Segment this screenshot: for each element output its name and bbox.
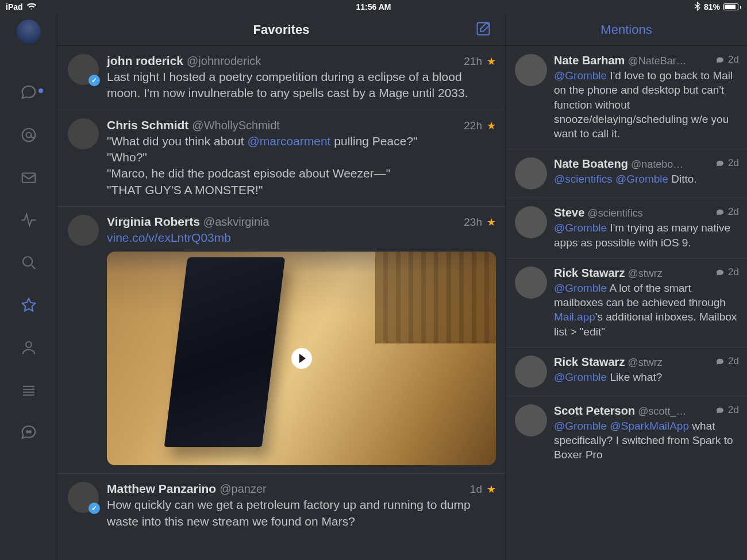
clock: 11:56 AM — [356, 2, 391, 11]
avatar[interactable] — [68, 215, 99, 246]
sidebar — [0, 14, 57, 560]
user-handle: @stwrz — [627, 268, 662, 280]
user-handle: @natebo… — [631, 159, 683, 171]
video-thumbnail[interactable] — [107, 252, 496, 465]
mention-link[interactable]: @Gromble — [554, 282, 607, 294]
nav-messages[interactable] — [0, 156, 57, 199]
svg-point-3 — [23, 257, 32, 266]
page-title: Favorites — [253, 22, 310, 37]
favorites-feed[interactable]: john roderick @johnroderick 21h ★ Last n… — [57, 46, 505, 560]
favorited-star-icon[interactable]: ★ — [487, 55, 496, 68]
mentions-header[interactable]: Mentions — [506, 14, 747, 46]
avatar[interactable] — [515, 404, 547, 437]
display-name: Scott Peterson — [554, 404, 635, 418]
mention-row[interactable]: Steve @scientifics 2d @Gromble I'm tryin… — [506, 198, 747, 258]
play-button-icon[interactable] — [291, 348, 312, 369]
nav-muted[interactable] — [0, 411, 57, 454]
user-handle: @WhollySchmidt — [192, 119, 280, 132]
mention-text: @Gromble A lot of the smart mailboxes ca… — [554, 281, 739, 339]
display-name: Nate Barham — [554, 54, 625, 67]
avatar[interactable] — [68, 54, 99, 85]
user-handle: @panzer — [220, 482, 266, 496]
mentions-title: Mentions — [600, 22, 652, 37]
text-link[interactable]: Mail.app — [554, 311, 595, 323]
user-handle: @askvirginia — [203, 215, 269, 229]
verified-badge-icon — [88, 503, 100, 514]
mention-link[interactable]: @marcoarment — [247, 134, 330, 148]
avatar[interactable] — [68, 118, 99, 149]
avatar[interactable] — [515, 54, 547, 86]
tweet-text: Last night I hosted a poetry competition… — [107, 69, 496, 102]
timestamp: 22h — [464, 119, 482, 132]
mention-link[interactable]: @Gromble @SparkMailApp — [554, 420, 689, 432]
mention-text: @Gromble Like what? — [554, 370, 739, 384]
tweet-text: How quickly can we get a petroleum facto… — [107, 497, 496, 530]
mention-link[interactable]: @scientifics @Gromble — [554, 173, 668, 185]
favorited-star-icon[interactable]: ★ — [487, 216, 496, 229]
tweet-row[interactable]: Matthew Panzarino @panzer 1d ★ How quick… — [57, 474, 505, 538]
user-handle: @NateBar… — [627, 55, 686, 67]
user-handle: @stwrz — [627, 357, 662, 369]
compose-button[interactable] — [475, 21, 492, 38]
avatar[interactable] — [68, 482, 99, 513]
wifi-icon — [26, 2, 37, 12]
mention-link[interactable]: @Gromble — [554, 69, 607, 82]
favorites-header: Favorites — [57, 14, 505, 46]
timestamp: 21h — [464, 55, 482, 68]
avatar[interactable] — [515, 356, 547, 388]
svg-point-4 — [26, 342, 32, 347]
avatar[interactable] — [515, 267, 547, 299]
svg-point-1 — [26, 133, 31, 138]
timestamp: 1d — [470, 483, 482, 496]
user-handle: @scientifics — [587, 207, 642, 219]
mention-row[interactable]: Rick Stawarz @stwrz 2d @Gromble Like wha… — [506, 347, 747, 396]
mention-text: @scientifics @Gromble Ditto. — [554, 172, 739, 186]
battery-percent: 81% — [704, 2, 720, 11]
nav-mentions[interactable] — [0, 114, 57, 156]
mention-row[interactable]: Nate Barham @NateBar… 2d @Gromble I'd lo… — [506, 46, 747, 149]
user-handle: @johnroderick — [187, 55, 261, 68]
mention-row[interactable]: Rick Stawarz @stwrz 2d @Gromble A lot of… — [506, 258, 747, 347]
reply-bubble-icon — [715, 357, 725, 365]
timestamp: 2d — [728, 54, 739, 65]
mention-row[interactable]: Scott Peterson @scott_… 2d @Gromble @Spa… — [506, 396, 747, 470]
avatar[interactable] — [515, 206, 547, 238]
reply-bubble-icon — [715, 159, 725, 167]
timestamp: 2d — [728, 356, 739, 367]
status-bar: iPad 11:56 AM 81% — [0, 0, 747, 14]
tweet-text: "What did you think about @marcoarment p… — [107, 133, 496, 198]
reply-bubble-icon — [715, 208, 725, 216]
tweet-row[interactable]: Chris Schmidt @WhollySchmidt 22h ★ "What… — [57, 110, 505, 207]
mentions-column: Mentions Nate Barham @NateBar… 2d @Gromb… — [506, 14, 747, 560]
nav-lists[interactable] — [0, 369, 57, 411]
tweet-row[interactable]: john roderick @johnroderick 21h ★ Last n… — [57, 46, 505, 110]
svg-point-0 — [22, 129, 35, 142]
account-avatar[interactable] — [17, 20, 41, 44]
bluetooth-icon — [694, 2, 700, 13]
mention-text: @Gromble I'd love to go back to Mail on … — [554, 68, 739, 141]
avatar[interactable] — [515, 157, 547, 190]
tweet-link[interactable]: vine.co/v/exLntrQ03mb — [107, 231, 231, 244]
timestamp: 2d — [728, 206, 739, 218]
nav-profile[interactable] — [0, 326, 57, 369]
nav-favorites[interactable] — [0, 284, 57, 326]
nav-timeline[interactable] — [0, 71, 57, 114]
tweet-row[interactable]: Virginia Roberts @askvirginia 23h ★ vine… — [57, 207, 505, 474]
favorited-star-icon[interactable]: ★ — [487, 119, 496, 132]
favorited-star-icon[interactable]: ★ — [487, 483, 496, 496]
display-name: Chris Schmidt — [107, 118, 188, 132]
reply-bubble-icon — [715, 268, 725, 276]
mention-row[interactable]: Nate Boateng @natebo… 2d @scientifics @G… — [506, 149, 747, 198]
reply-bubble-icon — [715, 56, 725, 64]
mention-link[interactable]: @Gromble — [554, 371, 607, 383]
nav-activity[interactable] — [0, 199, 57, 241]
timestamp: 2d — [728, 157, 739, 169]
display-name: Rick Stawarz — [554, 356, 625, 369]
mention-link[interactable]: @Gromble — [554, 222, 607, 234]
mentions-feed[interactable]: Nate Barham @NateBar… 2d @Gromble I'd lo… — [506, 46, 747, 560]
verified-badge-icon — [88, 75, 100, 86]
device-label: iPad — [6, 2, 23, 11]
timestamp: 23h — [464, 216, 482, 229]
nav-search[interactable] — [0, 241, 57, 284]
display-name: john roderick — [107, 54, 183, 68]
